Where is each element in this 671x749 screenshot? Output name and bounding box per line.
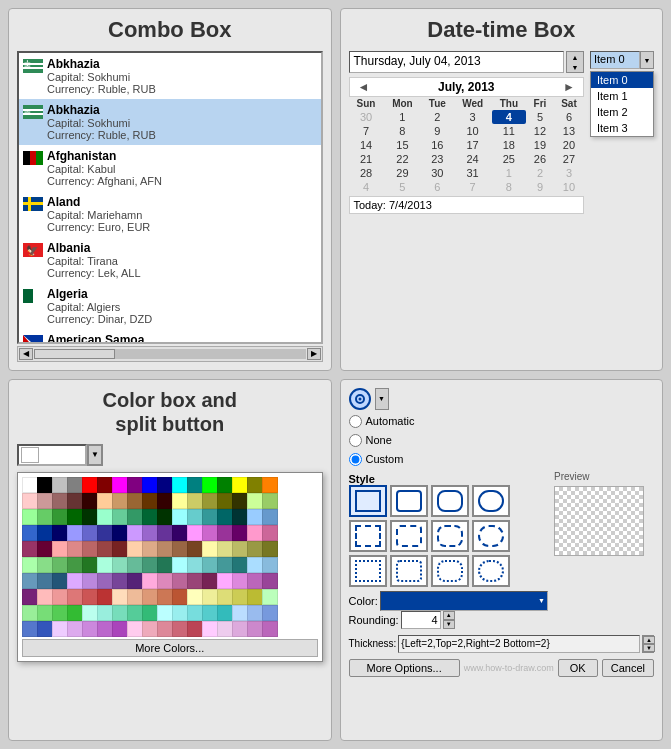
cancel-btn[interactable]: Cancel xyxy=(602,659,654,677)
color-cell-5-4[interactable] xyxy=(82,557,98,573)
color-cell-5-13[interactable] xyxy=(217,557,233,573)
color-cell-5-7[interactable] xyxy=(127,557,143,573)
color-cell-4-8[interactable] xyxy=(142,541,158,557)
cal-day-1-0[interactable]: 7 xyxy=(349,124,384,138)
color-cell-9-10[interactable] xyxy=(172,621,188,637)
color-cell-2-15[interactable] xyxy=(247,509,263,525)
color-cell-2-11[interactable] xyxy=(187,509,203,525)
color-cell-1-7[interactable] xyxy=(127,493,143,509)
color-cell-9-14[interactable] xyxy=(232,621,248,637)
color-cell-7-0[interactable] xyxy=(22,589,38,605)
cal-day-4-2[interactable]: 30 xyxy=(421,166,453,180)
color-cell-4-3[interactable] xyxy=(67,541,83,557)
color-cell-6-7[interactable] xyxy=(127,573,143,589)
color-cell-8-6[interactable] xyxy=(112,605,128,621)
color-cell-9-5[interactable] xyxy=(97,621,113,637)
cal-day-3-3[interactable]: 24 xyxy=(454,152,492,166)
border-style-dashed-square[interactable] xyxy=(349,520,387,552)
color-cell-2-3[interactable] xyxy=(67,509,83,525)
color-cell-4-15[interactable] xyxy=(247,541,263,557)
color-cell-3-14[interactable] xyxy=(232,525,248,541)
border-style-dotted-square[interactable] xyxy=(349,555,387,587)
color-cell-8-9[interactable] xyxy=(157,605,173,621)
color-cell-4-12[interactable] xyxy=(202,541,218,557)
color-cell-1-8[interactable] xyxy=(142,493,158,509)
color-cell-9-6[interactable] xyxy=(112,621,128,637)
color-cell-5-3[interactable] xyxy=(67,557,83,573)
color-cell-4-4[interactable] xyxy=(82,541,98,557)
color-cell-7-2[interactable] xyxy=(52,589,68,605)
cal-day-3-0[interactable]: 21 xyxy=(349,152,384,166)
color-cell-0-13[interactable] xyxy=(217,477,233,493)
border-style-dashed-rounded1[interactable] xyxy=(390,520,428,552)
color-cell-6-13[interactable] xyxy=(217,573,233,589)
color-cell-8-5[interactable] xyxy=(97,605,113,621)
cal-prev-btn[interactable]: ◄ xyxy=(354,80,374,94)
color-cell-2-10[interactable] xyxy=(172,509,188,525)
color-cell-0-10[interactable] xyxy=(172,477,188,493)
color-cell-9-3[interactable] xyxy=(67,621,83,637)
color-cell-4-13[interactable] xyxy=(217,541,233,557)
color-cell-2-13[interactable] xyxy=(217,509,233,525)
color-cell-9-1[interactable] xyxy=(37,621,53,637)
cal-day-1-5[interactable]: 12 xyxy=(526,124,554,138)
color-cell-1-12[interactable] xyxy=(202,493,218,509)
combo-item-4[interactable]: 🦅 Albania Capital: Tirana Currency: Lek,… xyxy=(19,237,321,283)
border-style-solid-square[interactable] xyxy=(349,485,387,517)
color-cell-3-0[interactable] xyxy=(22,525,38,541)
color-cell-9-16[interactable] xyxy=(262,621,278,637)
cal-next-btn[interactable]: ► xyxy=(559,80,579,94)
cal-day-2-3[interactable]: 17 xyxy=(454,138,492,152)
color-cell-4-0[interactable] xyxy=(22,541,38,557)
cal-day-5-2[interactable]: 6 xyxy=(421,180,453,194)
color-cell-6-6[interactable] xyxy=(112,573,128,589)
color-cell-3-4[interactable] xyxy=(82,525,98,541)
combo-item-0[interactable]: ✛ Abkhazia Capital: Sokhumi Currency: Ru… xyxy=(19,53,321,99)
border-style-solid-rounded2[interactable] xyxy=(431,485,469,517)
color-cell-1-0[interactable] xyxy=(22,493,38,509)
color-cell-2-1[interactable] xyxy=(37,509,53,525)
color-cell-3-5[interactable] xyxy=(97,525,113,541)
color-cell-7-10[interactable] xyxy=(172,589,188,605)
combo-item-6[interactable]: American Samoa Capital: Pago Pago xyxy=(19,329,321,342)
color-cell-0-6[interactable] xyxy=(112,477,128,493)
color-split-main[interactable] xyxy=(17,444,87,466)
circle-dropdown-btn[interactable]: ▼ xyxy=(375,388,389,410)
color-cell-6-0[interactable] xyxy=(22,573,38,589)
color-cell-6-1[interactable] xyxy=(37,573,53,589)
date-input-field[interactable]: Thursday, July 04, 2013 xyxy=(349,51,565,73)
border-style-dotted-rounded2[interactable] xyxy=(431,555,469,587)
color-cell-0-3[interactable] xyxy=(67,477,83,493)
color-cell-1-16[interactable] xyxy=(262,493,278,509)
color-cell-2-0[interactable] xyxy=(22,509,38,525)
color-cell-7-9[interactable] xyxy=(157,589,173,605)
item-dropdown-item-3[interactable]: Item 3 xyxy=(591,120,653,136)
color-cell-6-3[interactable] xyxy=(67,573,83,589)
color-cell-7-7[interactable] xyxy=(127,589,143,605)
cal-day-2-4[interactable]: 18 xyxy=(492,138,526,152)
color-cell-9-11[interactable] xyxy=(187,621,203,637)
cal-day-0-5[interactable]: 5 xyxy=(526,110,554,124)
color-cell-9-4[interactable] xyxy=(82,621,98,637)
combo-item-2[interactable]: Afghanistan Capital: Kabul Currency: Afg… xyxy=(19,145,321,191)
color-cell-7-11[interactable] xyxy=(187,589,203,605)
cal-day-2-1[interactable]: 15 xyxy=(384,138,422,152)
cal-day-1-1[interactable]: 8 xyxy=(384,124,422,138)
color-cell-8-0[interactable] xyxy=(22,605,38,621)
item-combo-input[interactable]: Item 0 xyxy=(590,51,640,69)
color-cell-0-12[interactable] xyxy=(202,477,218,493)
color-cell-5-0[interactable] xyxy=(22,557,38,573)
cal-day-2-0[interactable]: 14 xyxy=(349,138,384,152)
cal-day-5-6[interactable]: 10 xyxy=(554,180,584,194)
color-cell-1-15[interactable] xyxy=(247,493,263,509)
color-cell-5-16[interactable] xyxy=(262,557,278,573)
color-cell-8-4[interactable] xyxy=(82,605,98,621)
color-cell-7-1[interactable] xyxy=(37,589,53,605)
cal-day-0-4[interactable]: 4 xyxy=(492,110,526,124)
combo-item-5[interactable]: Algeria Capital: Algiers Currency: Dinar… xyxy=(19,283,321,329)
cal-day-2-2[interactable]: 16 xyxy=(421,138,453,152)
cal-day-3-5[interactable]: 26 xyxy=(526,152,554,166)
more-options-btn[interactable]: More Options... xyxy=(349,659,460,677)
color-cell-3-11[interactable] xyxy=(187,525,203,541)
cal-day-4-1[interactable]: 29 xyxy=(384,166,422,180)
